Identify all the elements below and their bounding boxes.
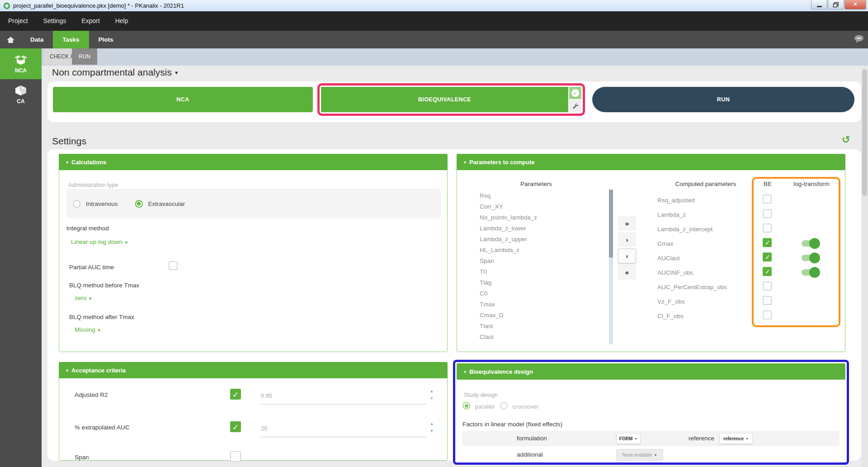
list-item[interactable]: No_points_lambda_z bbox=[480, 212, 537, 223]
list-item[interactable]: T0 bbox=[480, 267, 537, 277]
radio-parallel-label[interactable]: parallel bbox=[475, 403, 495, 410]
radio-extravascular[interactable] bbox=[135, 200, 143, 208]
additional-row: additional None available▼ bbox=[462, 447, 840, 462]
sidebar-item-nca[interactable]: NCA bbox=[0, 48, 42, 79]
bioequivalence-task-button[interactable]: BIOEQUIVALENCE bbox=[321, 87, 568, 112]
restore-button[interactable] bbox=[828, 0, 844, 10]
list-item[interactable]: Clast bbox=[480, 332, 537, 343]
chevron-down-icon: ▼ bbox=[97, 328, 101, 333]
log-transform-toggle[interactable] bbox=[802, 240, 819, 247]
parameters-panel: ▾ Parameters to compute Parameters Rsq C… bbox=[457, 154, 845, 352]
menu-project[interactable]: Project bbox=[0, 11, 36, 31]
page-scrollbar-thumb[interactable] bbox=[862, 69, 867, 196]
be-checkbox[interactable] bbox=[763, 267, 772, 276]
be-checkbox[interactable] bbox=[763, 209, 772, 218]
extrapolated-auc-value-input[interactable]: 20 bbox=[261, 425, 267, 432]
radio-parallel[interactable] bbox=[462, 402, 470, 410]
radio-crossover[interactable] bbox=[500, 402, 508, 410]
spinner-up-icon[interactable]: ▲ bbox=[430, 390, 434, 393]
radio-intravenous-label[interactable]: Intravenous bbox=[86, 200, 118, 207]
parameters-panel-header[interactable]: ▾ Parameters to compute bbox=[457, 154, 845, 170]
computed-parameter-name[interactable]: Vz_F_obs bbox=[657, 298, 685, 305]
computed-parameter-name[interactable]: AUClast bbox=[657, 255, 680, 262]
be-checkbox[interactable] bbox=[763, 224, 772, 233]
be-checkbox[interactable] bbox=[763, 281, 772, 291]
move-left-button[interactable]: ‹ bbox=[618, 248, 636, 263]
integral-method-dropdown[interactable]: Linear up log down▼ bbox=[71, 238, 128, 245]
span-checkbox[interactable] bbox=[230, 451, 241, 462]
be-checkbox[interactable] bbox=[763, 238, 772, 247]
list-item[interactable]: C0 bbox=[480, 288, 537, 299]
list-item[interactable]: Tlast bbox=[480, 321, 537, 332]
list-item[interactable]: Lambda_z_lower bbox=[480, 223, 537, 234]
computed-parameter-name[interactable]: Cmax bbox=[657, 240, 673, 247]
bioequivalence-design-header[interactable]: ▾ Bioequivalence design bbox=[457, 363, 845, 380]
move-all-left-button[interactable]: « bbox=[618, 265, 636, 280]
computed-parameter-name[interactable]: AUCINF_obs bbox=[657, 269, 693, 276]
spinner-down-icon[interactable]: ▼ bbox=[430, 397, 434, 400]
list-item[interactable]: Tmax bbox=[480, 299, 537, 310]
radio-extravascular-label[interactable]: Extravascular bbox=[148, 200, 185, 207]
tab-plots[interactable]: Plots bbox=[89, 31, 123, 48]
tab-tasks[interactable]: Tasks bbox=[53, 31, 89, 48]
computed-parameter-name[interactable]: Lambda_z bbox=[657, 211, 686, 218]
list-item[interactable]: HL_Lambda_z bbox=[480, 245, 537, 256]
menu-settings[interactable]: Settings bbox=[36, 11, 74, 31]
tab-data[interactable]: Data bbox=[21, 31, 53, 48]
close-button[interactable]: × bbox=[844, 0, 866, 10]
menu-export[interactable]: Export bbox=[74, 11, 107, 31]
spinner-up-icon[interactable]: ▲ bbox=[430, 422, 434, 426]
log-transform-toggle[interactable] bbox=[802, 255, 819, 261]
move-all-right-button[interactable]: » bbox=[618, 216, 636, 231]
close-icon: × bbox=[853, 1, 857, 8]
bioequivalence-enabled-toggle[interactable]: ✓ bbox=[569, 87, 581, 99]
list-item[interactable]: Rsq bbox=[480, 191, 537, 201]
formulation-dropdown[interactable]: FORM▼ bbox=[616, 433, 641, 444]
be-checkbox[interactable] bbox=[763, 296, 772, 305]
computed-parameter-name[interactable]: Cl_F_obs bbox=[657, 313, 684, 319]
computed-parameter-name[interactable]: Rsq_adjusted bbox=[657, 197, 695, 204]
be-checkbox[interactable] bbox=[763, 310, 772, 319]
list-scrollbar-thumb[interactable] bbox=[609, 190, 613, 257]
move-right-button[interactable]: › bbox=[618, 232, 636, 247]
log-transform-toggle[interactable] bbox=[802, 269, 819, 276]
home-button[interactable] bbox=[0, 31, 21, 48]
reset-settings-icon[interactable]: ↺ bbox=[842, 134, 850, 146]
calculations-panel-header[interactable]: ▾ Calculations bbox=[59, 154, 448, 170]
computed-parameter-name[interactable]: Lambda_z_intercept bbox=[657, 226, 712, 233]
blq-after-dropdown[interactable]: Missing▼ bbox=[75, 326, 101, 333]
partial-auc-checkbox[interactable] bbox=[169, 261, 178, 270]
reference-dropdown[interactable]: reference▼ bbox=[719, 433, 753, 444]
adjusted-r2-value-input[interactable]: 0.95 bbox=[261, 392, 272, 399]
sidebar-item-ca[interactable]: CA bbox=[0, 79, 42, 110]
extrapolated-auc-checkbox[interactable] bbox=[230, 421, 241, 432]
be-checkbox[interactable] bbox=[763, 195, 772, 204]
radio-crossover-label[interactable]: crossover bbox=[512, 403, 539, 410]
minimize-button[interactable] bbox=[811, 0, 827, 10]
comment-button[interactable] bbox=[854, 34, 864, 45]
list-item[interactable]: Lambda_z_upper bbox=[480, 234, 537, 245]
bioequivalence-design-title: Bioequivalence design bbox=[469, 368, 533, 375]
computed-parameter-name[interactable]: AUC_PerCentExtrap_obs bbox=[657, 284, 727, 291]
be-checkbox[interactable] bbox=[763, 253, 772, 262]
list-item[interactable]: Span bbox=[480, 256, 537, 267]
acceptance-panel-header[interactable]: ▾ Acceptance criteria bbox=[59, 362, 448, 378]
radio-intravenous[interactable] bbox=[73, 200, 80, 208]
adjusted-r2-checkbox[interactable] bbox=[230, 389, 241, 400]
nca-task-button[interactable]: NCA bbox=[53, 87, 313, 112]
study-design-label: Study design bbox=[464, 391, 498, 398]
spinner-down-icon[interactable]: ▼ bbox=[430, 429, 434, 433]
subtab-run[interactable]: RUN bbox=[72, 48, 97, 65]
menu-help[interactable]: Help bbox=[108, 11, 136, 31]
list-item[interactable]: Tlag bbox=[480, 277, 537, 288]
computed-parameters-header: Computed parameters bbox=[651, 181, 760, 187]
computed-row: AUC_PerCentExtrap_obs bbox=[651, 280, 843, 295]
available-parameters-header: Parameters bbox=[475, 181, 597, 187]
list-item[interactable]: Corr_XY bbox=[480, 201, 537, 212]
list-item[interactable]: Cmax_D bbox=[480, 310, 537, 321]
run-task-button[interactable]: RUN bbox=[592, 87, 854, 112]
bioequivalence-settings-button[interactable] bbox=[569, 100, 581, 112]
additional-dropdown[interactable]: None available▼ bbox=[616, 449, 663, 461]
blq-before-dropdown[interactable]: zero▼ bbox=[75, 295, 92, 301]
analysis-type-dropdown[interactable]: Non compartmental analysis▾ bbox=[52, 67, 178, 78]
